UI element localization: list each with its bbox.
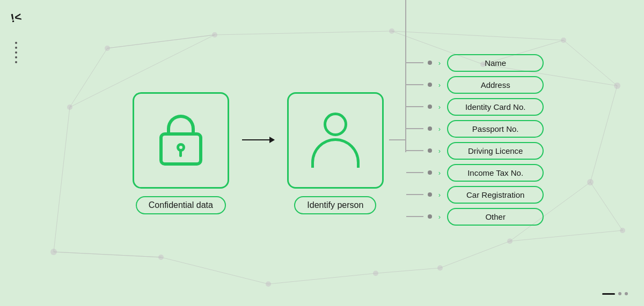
person-icon [311, 113, 360, 168]
list-tag-passport: Passport No. [447, 120, 544, 138]
sidebar-dot [15, 51, 17, 54]
sidebar-dot [15, 47, 17, 49]
list-tag-income-tax: Income Tax No. [447, 164, 544, 182]
list-arrow-icon: › [438, 147, 441, 155]
person-body [311, 138, 360, 168]
confidential-data-card [133, 92, 229, 189]
list-dot [428, 126, 432, 131]
list-arrow-icon: › [438, 81, 441, 89]
list-dot [428, 83, 432, 87]
list-arrow-icon: › [438, 169, 441, 177]
list-arrow-icon: › [438, 191, 441, 199]
list-dot [428, 148, 432, 153]
sidebar-dot [15, 56, 17, 58]
identify-person-box: Identify person [287, 92, 384, 214]
vertical-bar [405, 0, 406, 152]
list-dot [428, 170, 432, 175]
list-tag-driving-licence: Driving Licence [447, 142, 544, 160]
arrow-connector [242, 139, 274, 140]
h-line [406, 106, 423, 107]
list-dot [428, 105, 432, 109]
list-arrow-icon: › [438, 59, 441, 67]
diagram: Confidential data Identify person [133, 54, 544, 252]
list-arrow-icon: › [438, 213, 441, 221]
list-tag-other: Other [447, 208, 544, 226]
list-arrow-icon: › [438, 125, 441, 133]
sidebar-dot [15, 61, 17, 63]
h-line [406, 84, 423, 85]
pagination-dot [618, 292, 621, 295]
pagination [602, 292, 628, 295]
list-tag-car-registration: Car Registration [447, 186, 544, 204]
lock-body [159, 132, 202, 166]
h-line [406, 150, 423, 151]
list-dot [428, 192, 432, 197]
sidebar-dot [15, 42, 17, 44]
h-line [406, 216, 423, 217]
list-item: › Driving Licence [406, 142, 544, 160]
list-tag-identity-card: Identity Card No. [447, 98, 544, 116]
lock-keyhole-stem [179, 150, 182, 157]
identify-person-card [287, 92, 384, 189]
pagination-dot [625, 292, 628, 295]
list-connection-area: › Name › Address › Identity Card No. [389, 54, 544, 226]
vertical-connector-area: › Name › Address › Identity Card No. [405, 54, 544, 226]
list-dot [428, 61, 432, 65]
sidebar-logo: !< [10, 10, 23, 25]
person-head [324, 113, 347, 136]
list-item: › Address [406, 76, 544, 94]
identify-person-label: Identify person [294, 196, 376, 214]
sidebar: !< [0, 0, 32, 306]
pagination-active [602, 293, 615, 295]
h-line [406, 128, 423, 129]
list-arrow-icon: › [438, 103, 441, 111]
list-tag-address: Address [447, 76, 544, 94]
list-tag-name: Name [447, 54, 544, 72]
h-line [406, 62, 423, 63]
list-item: › Passport No. [406, 120, 544, 138]
items-container: › Name › Address › Identity Card No. [406, 54, 544, 226]
list-item: › Income Tax No. [406, 164, 544, 182]
list-item: › Identity Card No. [406, 98, 544, 116]
lock-shackle [167, 115, 195, 134]
main-content: Confidential data Identify person [32, 0, 644, 306]
list-item: › Other [406, 208, 544, 226]
list-item: › Car Registration [406, 186, 544, 204]
list-item: › Name [406, 54, 544, 72]
arrow-line [242, 139, 274, 140]
confidential-data-label: Confidential data [136, 196, 226, 214]
lock-icon [159, 115, 202, 166]
confidential-data-box: Confidential data [133, 92, 229, 214]
sidebar-nav-dots [15, 42, 17, 63]
horiz-connector [389, 139, 405, 140]
h-line [406, 194, 423, 195]
h-line [406, 172, 423, 173]
list-dot [428, 214, 432, 219]
